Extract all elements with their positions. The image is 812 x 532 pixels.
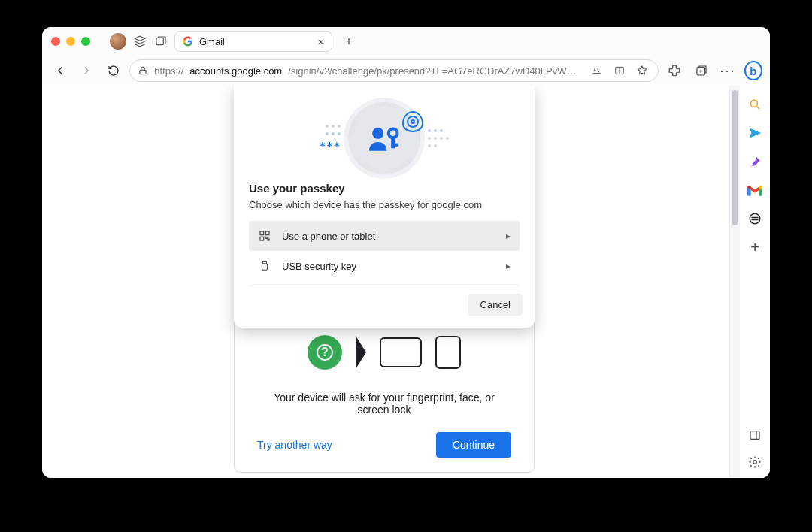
svg-rect-0: [156, 38, 163, 44]
browser-tab[interactable]: Gmail ×: [174, 31, 332, 52]
minimize-window-button[interactable]: [66, 37, 75, 46]
lock-icon: [138, 65, 148, 76]
address-bar[interactable]: https://accounts.google.com/signin/v2/ch…: [129, 59, 658, 82]
fingerprint-badge-icon: [402, 111, 423, 132]
svg-point-18: [753, 461, 757, 464]
favorite-icon[interactable]: [634, 59, 650, 82]
sidebar-settings-icon[interactable]: [747, 454, 763, 470]
password-masked-icon: ***: [320, 140, 341, 152]
svg-rect-1: [140, 70, 146, 74]
sidebar-brush-icon[interactable]: [747, 153, 763, 170]
url-path: /signin/v2/challenge/pk/presend?TL=AG7eR…: [288, 65, 576, 77]
svg-point-5: [389, 129, 398, 138]
fingerprint-icon: [308, 335, 342, 370]
passkey-hero-icon: [348, 102, 420, 174]
option-usb-key[interactable]: USB security key ▸: [249, 251, 520, 281]
extensions-icon[interactable]: [665, 59, 685, 82]
forward-button: [76, 59, 96, 82]
sidebar-add-button[interactable]: +: [747, 239, 763, 255]
maximize-window-button[interactable]: [81, 37, 90, 46]
passkey-hint: Your device will ask for your fingerprin…: [257, 391, 511, 416]
passkey-dialog: ***: [234, 86, 535, 328]
chevron-right-icon: ▸: [506, 231, 511, 241]
sidebar-panel-icon[interactable]: [747, 427, 763, 443]
option-label: Use a phone or tablet: [282, 231, 375, 242]
qr-code-icon: [258, 229, 271, 243]
sidebar-send-icon[interactable]: [747, 125, 763, 141]
collections-icon[interactable]: [691, 59, 711, 82]
titlebar: Gmail × +: [42, 27, 770, 56]
content-area: Your device will ask for your fingerprin…: [42, 86, 770, 478]
passkey-illustration: [257, 334, 511, 370]
svg-point-16: [750, 213, 760, 224]
sidebar-burger-icon[interactable]: [747, 210, 763, 227]
signin-card: Your device will ask for your fingerprin…: [234, 311, 535, 473]
dialog-title: Use your passkey: [249, 182, 520, 195]
option-phone-tablet[interactable]: Use a phone or tablet ▸: [249, 221, 520, 251]
browser-window: Gmail × + https://accounts.google.com/si…: [42, 27, 770, 478]
svg-rect-17: [750, 431, 759, 440]
close-window-button[interactable]: [51, 37, 60, 46]
window-controls: [51, 37, 90, 46]
svg-rect-8: [260, 231, 264, 235]
bing-chat-button[interactable]: [744, 61, 762, 80]
url-host: accounts.google.com: [189, 65, 282, 77]
workspaces-icon[interactable]: [132, 34, 147, 49]
dialog-subtitle: Choose which device has the passkey for …: [249, 199, 520, 210]
url-protocol: https://: [154, 65, 183, 77]
try-another-way-link[interactable]: Try another way: [257, 439, 332, 451]
laptop-icon: [380, 337, 422, 367]
sidebar-gmail-icon[interactable]: [747, 182, 763, 198]
web-page: Your device will ask for your fingerprin…: [42, 86, 729, 478]
svg-rect-9: [265, 231, 269, 235]
profile-avatar[interactable]: [110, 33, 126, 50]
usb-key-icon: [258, 259, 271, 273]
more-menu-icon[interactable]: ···: [717, 59, 738, 82]
svg-rect-11: [265, 237, 267, 238]
svg-point-4: [372, 128, 383, 139]
sidebar-search-icon[interactable]: [747, 96, 763, 113]
svg-rect-14: [262, 264, 268, 270]
scrollbar-thumb[interactable]: [732, 90, 738, 225]
svg-point-15: [750, 100, 757, 107]
tab-title: Gmail: [199, 36, 225, 47]
browser-sidebar: +: [740, 86, 770, 478]
new-tab-button[interactable]: +: [338, 31, 359, 52]
svg-rect-6: [391, 137, 395, 148]
vertical-scrollbar[interactable]: [729, 86, 740, 478]
toolbar: https://accounts.google.com/signin/v2/ch…: [42, 56, 770, 86]
dialog-hero: ***: [234, 101, 535, 176]
tablet-icon: [435, 336, 461, 369]
close-tab-icon[interactable]: ×: [317, 35, 324, 48]
divider: [249, 286, 520, 286]
chevron-right-icon: ▸: [506, 261, 511, 271]
reader-view-icon[interactable]: [611, 59, 628, 82]
continue-button[interactable]: Continue: [436, 432, 511, 458]
option-label: USB security key: [282, 261, 356, 272]
read-aloud-icon[interactable]: [589, 59, 605, 82]
google-favicon-icon: [183, 36, 193, 47]
tab-overview-icon[interactable]: [153, 34, 168, 49]
cancel-button[interactable]: Cancel: [468, 294, 523, 316]
svg-rect-10: [260, 237, 264, 240]
svg-rect-7: [391, 144, 398, 147]
back-button[interactable]: [50, 59, 70, 82]
svg-rect-12: [268, 239, 269, 240]
reload-button[interactable]: [103, 59, 123, 82]
